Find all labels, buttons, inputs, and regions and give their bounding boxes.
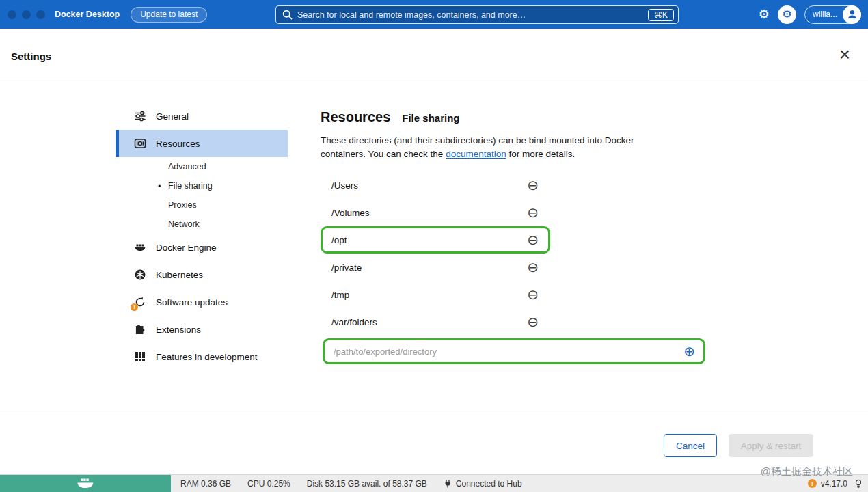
path-row: /private ⊖ xyxy=(321,254,550,281)
sidebar-item-proxies[interactable]: Proxies xyxy=(116,195,288,215)
remove-path-button[interactable]: ⊖ xyxy=(527,288,539,301)
sidebar-sublabel: Proxies xyxy=(168,200,197,210)
features-grid-icon xyxy=(134,351,146,363)
resources-gauge-icon xyxy=(134,137,146,150)
remove-path-button[interactable]: ⊖ xyxy=(527,206,539,219)
sidebar-label: Software updates xyxy=(156,297,228,308)
search-input[interactable] xyxy=(297,10,643,20)
plug-icon xyxy=(444,479,452,488)
section-subtitle: File sharing xyxy=(402,112,459,124)
remove-path-button[interactable]: ⊖ xyxy=(527,260,539,274)
section-title: Resources xyxy=(321,109,390,125)
path-label: /var/folders xyxy=(331,317,377,327)
search-shortcut-badge: ⌘K xyxy=(648,9,674,21)
new-path-input[interactable] xyxy=(334,346,683,357)
window-zoom-button[interactable] xyxy=(36,10,45,19)
settings-sidebar: General Resources Advanced • File sharin… xyxy=(116,102,288,370)
general-sliders-icon xyxy=(134,110,146,122)
path-row: /Volumes ⊖ xyxy=(321,199,550,226)
kubernetes-helm-icon xyxy=(134,269,146,281)
path-row-highlighted: /opt ⊖ xyxy=(321,226,550,254)
sidebar-label: Extensions xyxy=(156,325,201,335)
file-sharing-description: These directories (and their subdirector… xyxy=(321,134,667,161)
sidebar-sublabel: Advanced xyxy=(168,162,206,172)
sidebar-sublabel: File sharing xyxy=(168,181,213,191)
preferences-gear-icon[interactable]: ⚙ xyxy=(759,8,770,20)
close-icon[interactable]: × xyxy=(839,45,850,64)
resource-stats: RAM 0.36 GB CPU 0.25% Disk 53.15 GB avai… xyxy=(180,479,522,489)
hub-status-label: Connected to Hub xyxy=(456,479,522,489)
window-close-button[interactable] xyxy=(8,10,16,19)
path-row: /var/folders ⊖ xyxy=(321,308,550,336)
window-controls xyxy=(0,10,45,19)
path-label: /Users xyxy=(331,180,358,191)
user-avatar-icon xyxy=(843,5,861,24)
path-row: /tmp ⊖ xyxy=(321,281,550,308)
page-title: Settings xyxy=(11,51,51,62)
sidebar-item-file-sharing[interactable]: • File sharing xyxy=(116,176,288,195)
current-page-bullet: • xyxy=(158,181,161,191)
software-updates-icon: ! xyxy=(134,296,146,308)
search-icon xyxy=(282,10,293,20)
sidebar-label: General xyxy=(156,111,189,122)
sidebar-item-advanced[interactable]: Advanced xyxy=(116,157,288,176)
path-label: /private xyxy=(331,262,362,273)
remove-path-button[interactable]: ⊖ xyxy=(527,178,539,192)
path-row: /Users ⊖ xyxy=(321,172,550,199)
user-menu[interactable]: willia... xyxy=(804,5,861,24)
content-header: Resources File sharing xyxy=(321,109,459,125)
sidebar-item-kubernetes[interactable]: Kubernetes xyxy=(116,261,288,288)
extensions-puzzle-icon xyxy=(134,323,146,336)
remove-path-button[interactable]: ⊖ xyxy=(527,233,539,247)
docker-whale-icon xyxy=(134,241,146,254)
status-right: ! v4.17.0 xyxy=(808,479,863,489)
path-label: /opt xyxy=(331,235,347,245)
settings-gear-icon[interactable]: ⚙ xyxy=(778,5,796,24)
version-label[interactable]: v4.17.0 xyxy=(821,479,847,489)
ram-stat: RAM 0.36 GB xyxy=(180,479,231,489)
sidebar-item-extensions[interactable]: Extensions xyxy=(116,316,288,343)
app-title: Docker Desktop xyxy=(55,10,120,19)
status-bar: RAM 0.36 GB CPU 0.25% Disk 53.15 GB avai… xyxy=(0,474,868,492)
sidebar-item-resources[interactable]: Resources xyxy=(116,130,288,157)
remove-path-button[interactable]: ⊖ xyxy=(527,315,539,329)
add-path-button[interactable]: ⊕ xyxy=(683,344,695,358)
update-alert-badge: ! xyxy=(131,303,138,311)
watermark-text: @稀土掘金技术社区 xyxy=(761,465,853,478)
hub-connection: Connected to Hub xyxy=(444,479,522,489)
path-label: /tmp xyxy=(331,290,349,300)
footer-divider xyxy=(0,415,868,415)
update-to-latest-button[interactable]: Update to latest xyxy=(131,7,207,23)
sidebar-item-docker-engine[interactable]: Docker Engine xyxy=(116,234,288,261)
sidebar-label: Features in development xyxy=(156,352,258,362)
sidebar-item-features-in-development[interactable]: Features in development xyxy=(116,343,288,370)
path-label: /Volumes xyxy=(331,208,370,218)
topbar: Docker Desktop Update to latest ⌘K ⚙ ⚙ w… xyxy=(0,0,868,29)
sidebar-item-software-updates[interactable]: ! Software updates xyxy=(116,288,288,316)
sidebar-label: Docker Engine xyxy=(156,243,217,253)
version-info-icon: ! xyxy=(808,479,817,488)
documentation-link[interactable]: documentation xyxy=(446,149,506,159)
whale-icon xyxy=(76,477,95,490)
sidebar-label: Kubernetes xyxy=(156,270,203,280)
sidebar-label: Resources xyxy=(156,139,200,149)
tips-bulb-icon[interactable] xyxy=(854,479,863,489)
global-search[interactable]: ⌘K xyxy=(275,5,679,24)
cancel-button[interactable]: Cancel xyxy=(664,434,717,457)
header-divider xyxy=(0,77,868,77)
username-label: willia... xyxy=(813,10,837,19)
shared-paths-list: /Users ⊖ /Volumes ⊖ /opt ⊖ /private ⊖ /t… xyxy=(321,172,550,336)
sidebar-sublabel: Network xyxy=(168,219,200,229)
add-path-field: ⊕ xyxy=(323,338,705,364)
sidebar-item-network[interactable]: Network xyxy=(116,215,288,234)
topbar-actions: ⚙ ⚙ willia... xyxy=(759,0,861,29)
docker-status-whale-segment[interactable] xyxy=(0,475,171,492)
disk-stat: Disk 53.15 GB avail. of 58.37 GB xyxy=(307,479,427,489)
cpu-stat: CPU 0.25% xyxy=(247,479,290,489)
sidebar-item-general[interactable]: General xyxy=(116,102,288,130)
apply-restart-button[interactable]: Apply & restart xyxy=(729,434,813,457)
window-minimize-button[interactable] xyxy=(22,10,31,19)
description-text: for more details. xyxy=(506,149,575,159)
selected-accent-bar xyxy=(116,130,119,157)
